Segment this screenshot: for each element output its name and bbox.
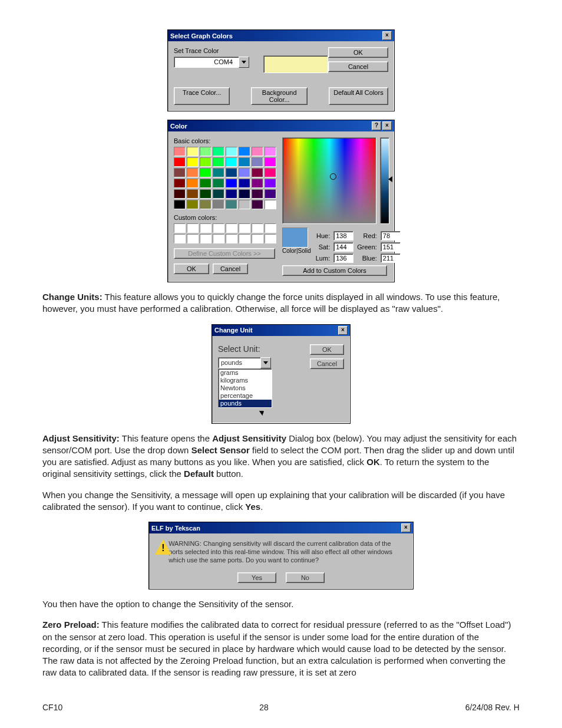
custom-color-swatch[interactable] (200, 234, 211, 243)
help-icon[interactable]: ? (372, 121, 381, 130)
luminance-arrow-icon[interactable] (388, 176, 392, 182)
color-swatch[interactable] (226, 179, 237, 188)
define-custom-colors-button[interactable]: Define Custom Colors >> (174, 248, 275, 259)
custom-color-swatch[interactable] (187, 234, 199, 243)
color-swatch[interactable] (252, 200, 263, 209)
custom-color-swatch[interactable] (174, 234, 186, 243)
color-swatch[interactable] (239, 168, 250, 177)
color-swatch[interactable] (252, 189, 263, 199)
color-swatch[interactable] (226, 189, 237, 199)
color-swatch[interactable] (226, 200, 237, 209)
color-swatch[interactable] (200, 157, 211, 167)
color-swatch[interactable] (239, 189, 250, 199)
color-swatch[interactable] (200, 168, 211, 177)
color-swatch[interactable] (213, 189, 224, 199)
no-button[interactable]: No (286, 572, 325, 583)
custom-color-swatch[interactable] (239, 223, 250, 233)
color-swatch[interactable] (213, 200, 224, 209)
yes-button[interactable]: Yes (237, 572, 276, 583)
color-swatch[interactable] (174, 200, 186, 209)
custom-color-swatch[interactable] (213, 223, 224, 233)
color-swatch[interactable] (265, 189, 276, 199)
color-swatch[interactable] (200, 179, 211, 188)
color-swatch[interactable] (187, 200, 199, 209)
color-swatch[interactable] (226, 157, 237, 167)
color-swatch[interactable] (252, 157, 263, 167)
color-swatch[interactable] (174, 189, 186, 199)
default-all-colors-button[interactable]: Default All Colors (329, 87, 388, 105)
custom-color-swatch[interactable] (239, 234, 250, 243)
color-swatch[interactable] (187, 157, 199, 167)
color-swatch[interactable] (187, 179, 199, 188)
green-input[interactable] (381, 242, 401, 252)
custom-color-swatch[interactable] (226, 234, 237, 243)
custom-color-swatch[interactable] (265, 223, 276, 233)
cancel-button[interactable]: Cancel (310, 358, 344, 369)
cancel-button[interactable]: Cancel (328, 61, 388, 72)
color-gradient-picker[interactable] (282, 137, 376, 224)
color-swatch[interactable] (265, 147, 276, 156)
trace-color-button[interactable]: Trace Color... (174, 87, 230, 105)
list-item-selected[interactable]: pounds (219, 400, 272, 407)
ok-button[interactable]: OK (310, 344, 344, 355)
custom-color-swatch[interactable] (252, 234, 263, 243)
color-swatch[interactable] (174, 147, 186, 156)
lum-input[interactable] (333, 253, 353, 263)
custom-colors-grid[interactable] (174, 223, 276, 243)
color-swatch[interactable] (252, 147, 263, 156)
color-swatch[interactable] (174, 179, 186, 188)
color-swatch[interactable] (239, 147, 250, 156)
custom-color-swatch[interactable] (213, 234, 224, 243)
color-swatch[interactable] (213, 168, 224, 177)
color-swatch[interactable] (200, 147, 211, 156)
color-swatch[interactable] (252, 168, 263, 177)
color-swatch[interactable] (213, 157, 224, 167)
color-swatch[interactable] (187, 147, 199, 156)
blue-input[interactable] (381, 253, 401, 263)
unit-dropdown[interactable]: pounds (218, 357, 271, 368)
color-swatch[interactable] (265, 200, 276, 209)
red-input[interactable] (381, 231, 401, 241)
list-item[interactable]: grams (219, 369, 272, 377)
custom-color-swatch[interactable] (265, 234, 276, 243)
unit-listbox[interactable]: grams kilograms Newtons percentage pound… (218, 368, 272, 408)
basic-colors-grid[interactable] (174, 147, 276, 209)
color-swatch[interactable] (226, 168, 237, 177)
color-swatch[interactable] (174, 168, 186, 177)
color-swatch[interactable] (239, 200, 250, 209)
color-swatch[interactable] (187, 168, 199, 177)
ok-button[interactable]: OK (174, 263, 209, 274)
custom-color-swatch[interactable] (252, 223, 263, 233)
color-swatch[interactable] (200, 200, 211, 209)
close-icon[interactable]: × (401, 523, 411, 532)
close-icon[interactable]: × (338, 326, 348, 335)
com-port-dropdown[interactable]: COM4 (174, 57, 249, 68)
ok-button[interactable]: OK (328, 47, 388, 58)
color-swatch[interactable] (213, 147, 224, 156)
list-item[interactable]: percentage (219, 392, 272, 400)
list-item[interactable]: kilograms (219, 377, 272, 384)
color-swatch[interactable] (187, 189, 199, 199)
color-swatch[interactable] (265, 179, 276, 188)
color-swatch[interactable] (174, 157, 186, 167)
color-swatch[interactable] (265, 168, 276, 177)
color-swatch[interactable] (226, 147, 237, 156)
color-swatch[interactable] (265, 157, 276, 167)
color-swatch[interactable] (252, 179, 263, 188)
chevron-down-icon[interactable] (260, 357, 271, 368)
hue-input[interactable] (333, 231, 353, 241)
color-swatch[interactable] (200, 189, 211, 199)
close-icon[interactable]: × (382, 121, 392, 130)
custom-color-swatch[interactable] (174, 223, 186, 233)
sat-input[interactable] (333, 242, 353, 252)
close-icon[interactable]: × (382, 31, 392, 40)
color-swatch[interactable] (239, 179, 250, 188)
chevron-down-icon[interactable] (239, 57, 249, 68)
list-item[interactable]: Newtons (219, 384, 272, 392)
color-swatch[interactable] (239, 157, 250, 167)
color-swatch[interactable] (213, 179, 224, 188)
cancel-button[interactable]: Cancel (213, 263, 248, 274)
custom-color-swatch[interactable] (187, 223, 199, 233)
custom-color-swatch[interactable] (200, 223, 211, 233)
custom-color-swatch[interactable] (226, 223, 237, 233)
